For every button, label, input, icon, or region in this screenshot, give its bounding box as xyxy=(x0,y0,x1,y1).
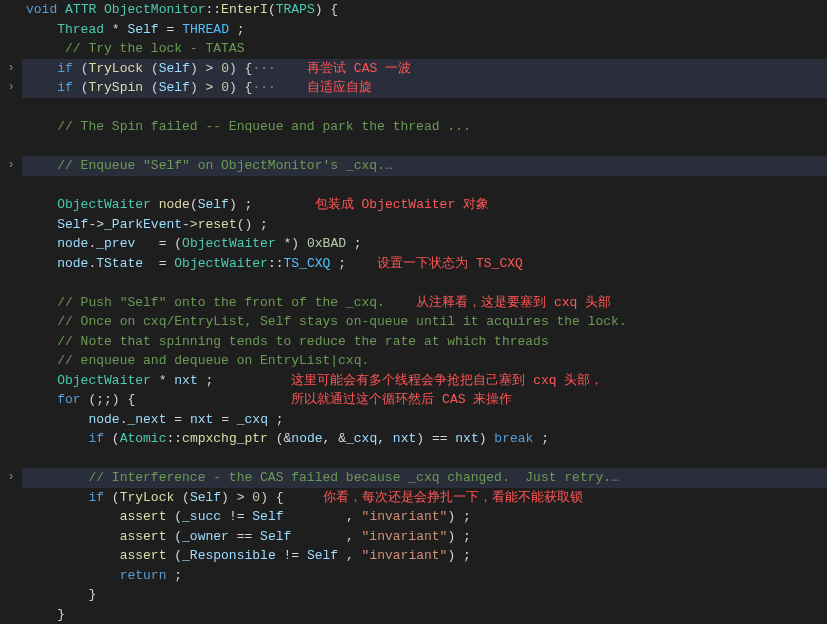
code-line: // The Spin failed -- Enqueue and park t… xyxy=(22,117,827,137)
fold-gutter: › › › › xyxy=(0,0,22,624)
code-line: } xyxy=(22,605,827,625)
code-content[interactable]: void ATTR ObjectMonitor::EnterI(TRAPS) {… xyxy=(22,0,827,624)
code-line: // Note that spinning tends to reduce th… xyxy=(22,332,827,352)
fold-marker[interactable]: › xyxy=(0,156,22,176)
annotation: 自适应自旋 xyxy=(307,80,372,95)
code-line xyxy=(22,137,827,157)
code-line xyxy=(22,273,827,293)
code-line xyxy=(22,449,827,469)
fold-marker[interactable]: › xyxy=(0,78,22,98)
annotation: 这里可能会有多个线程会争抢把自己塞到 cxq 头部， xyxy=(291,373,603,388)
code-line xyxy=(22,176,827,196)
fold-marker[interactable] xyxy=(0,0,22,20)
code-line: // enqueue and dequeue on EntryList|cxq. xyxy=(22,351,827,371)
annotation: 从注释看，这是要塞到 cxq 头部 xyxy=(416,295,611,310)
code-line: if (TryLock (Self) > 0) { 你看，每次还是会挣扎一下，看… xyxy=(22,488,827,508)
annotation: 你看，每次还是会挣扎一下，看能不能获取锁 xyxy=(323,490,583,505)
code-line: } xyxy=(22,585,827,605)
code-line: // Interference - the CAS failed because… xyxy=(22,468,827,488)
code-line: // Push "Self" onto the front of the _cx… xyxy=(22,293,827,313)
code-line: if (TryLock (Self) > 0) {··· 再尝试 CAS 一波 xyxy=(22,59,827,79)
fold-marker[interactable]: › xyxy=(0,468,22,488)
code-line: node._prev = (ObjectWaiter *) 0xBAD ; xyxy=(22,234,827,254)
code-line: node._next = nxt = _cxq ; xyxy=(22,410,827,430)
code-line: assert (_owner == Self , "invariant") ; xyxy=(22,527,827,547)
code-line: if (Atomic::cmpxchg_ptr (&node, &_cxq, n… xyxy=(22,429,827,449)
annotation: 设置一下状态为 TS_CXQ xyxy=(377,256,523,271)
code-line: Thread * Self = THREAD ; xyxy=(22,20,827,40)
code-line: ObjectWaiter node(Self) ; 包装成 ObjectWait… xyxy=(22,195,827,215)
code-line: node.TState = ObjectWaiter::TS_CXQ ; 设置一… xyxy=(22,254,827,274)
annotation: 再尝试 CAS 一波 xyxy=(307,61,411,76)
code-line: ObjectWaiter * nxt ; 这里可能会有多个线程会争抢把自己塞到 … xyxy=(22,371,827,391)
code-line: return ; xyxy=(22,566,827,586)
code-line: assert (_succ != Self , "invariant") ; xyxy=(22,507,827,527)
code-line: void ATTR ObjectMonitor::EnterI(TRAPS) { xyxy=(22,0,827,20)
code-line: if (TrySpin (Self) > 0) {··· 自适应自旋 xyxy=(22,78,827,98)
code-line: // Try the lock - TATAS xyxy=(22,39,827,59)
code-line: // Once on cxq/EntryList, Self stays on-… xyxy=(22,312,827,332)
code-line xyxy=(22,98,827,118)
code-line: for (;;) { 所以就通过这个循环然后 CAS 来操作 xyxy=(22,390,827,410)
code-line: assert (_Responsible != Self , "invarian… xyxy=(22,546,827,566)
code-line: Self->_ParkEvent->reset() ; xyxy=(22,215,827,235)
fold-marker[interactable]: › xyxy=(0,59,22,79)
annotation: 包装成 ObjectWaiter 对象 xyxy=(315,197,489,212)
code-editor: › › › › void ATTR ObjectMonitor::EnterI(… xyxy=(0,0,827,624)
code-line: // Enqueue "Self" on ObjectMonitor's _cx… xyxy=(22,156,827,176)
annotation: 所以就通过这个循环然后 CAS 来操作 xyxy=(291,392,512,407)
